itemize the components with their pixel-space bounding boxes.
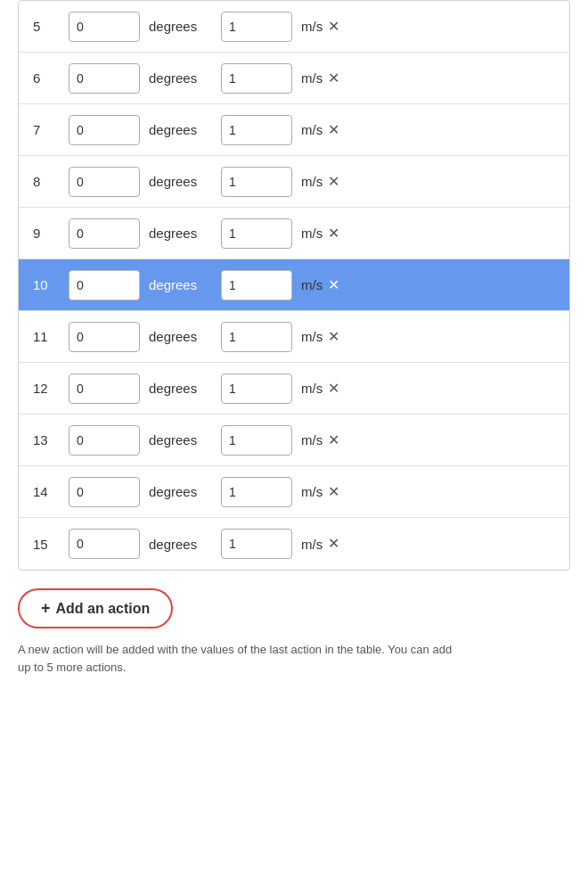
actions-table: 5 degrees m/s ✕ 6 degrees m/s ✕ 7 degree…	[18, 0, 570, 571]
speed-unit-label: m/s	[301, 19, 323, 34]
speed-input[interactable]	[221, 63, 292, 94]
delete-row-button[interactable]: ✕	[326, 20, 341, 34]
row-number: 10	[33, 277, 69, 292]
angle-unit-label: degrees	[149, 277, 207, 292]
speed-input[interactable]	[221, 167, 292, 197]
angle-input[interactable]	[69, 374, 140, 404]
delete-row-button[interactable]: ✕	[326, 278, 341, 292]
angle-input[interactable]	[69, 322, 140, 352]
speed-input[interactable]	[221, 12, 292, 42]
angle-input[interactable]	[69, 529, 140, 559]
speed-input[interactable]	[221, 374, 292, 404]
delete-row-button[interactable]: ✕	[326, 433, 341, 448]
angle-unit-label: degrees	[149, 537, 207, 552]
speed-unit-label: m/s	[301, 329, 323, 344]
speed-unit-label: m/s	[301, 277, 323, 292]
table-row: 7 degrees m/s ✕	[19, 104, 569, 156]
table-row: 8 degrees m/s ✕	[19, 156, 569, 208]
row-number: 12	[33, 381, 69, 396]
speed-unit-label: m/s	[301, 70, 323, 86]
speed-unit-label: m/s	[301, 484, 323, 499]
speed-unit-label: m/s	[301, 226, 323, 241]
add-action-label: Add an action	[56, 601, 151, 617]
plus-icon: +	[41, 599, 51, 618]
speed-unit-label: m/s	[301, 122, 323, 137]
table-row: 10 degrees m/s ✕	[19, 259, 569, 311]
angle-input[interactable]	[69, 167, 140, 197]
row-number: 7	[33, 122, 69, 137]
angle-unit-label: degrees	[149, 226, 207, 241]
angle-unit-label: degrees	[149, 174, 207, 189]
row-number: 5	[33, 19, 69, 34]
row-number: 6	[33, 70, 69, 86]
angle-input[interactable]	[69, 425, 140, 456]
table-row: 9 degrees m/s ✕	[19, 208, 569, 259]
speed-unit-label: m/s	[301, 432, 323, 448]
speed-unit-label: m/s	[301, 381, 323, 396]
angle-unit-label: degrees	[149, 70, 207, 86]
angle-input[interactable]	[69, 115, 140, 145]
speed-input[interactable]	[221, 425, 292, 456]
angle-unit-label: degrees	[149, 19, 207, 34]
delete-row-button[interactable]: ✕	[326, 330, 341, 344]
table-row: 14 degrees m/s ✕	[19, 466, 569, 518]
speed-input[interactable]	[221, 270, 292, 300]
angle-input[interactable]	[69, 12, 140, 42]
row-number: 15	[33, 537, 69, 552]
speed-input[interactable]	[221, 477, 292, 507]
delete-row-button[interactable]: ✕	[326, 537, 341, 551]
angle-unit-label: degrees	[149, 432, 207, 448]
angle-unit-label: degrees	[149, 122, 207, 137]
row-number: 9	[33, 226, 69, 241]
angle-input[interactable]	[69, 270, 140, 300]
angle-unit-label: degrees	[149, 484, 207, 499]
row-number: 14	[33, 484, 69, 499]
row-number: 8	[33, 174, 69, 189]
angle-unit-label: degrees	[149, 381, 207, 396]
table-row: 11 degrees m/s ✕	[19, 311, 569, 363]
delete-row-button[interactable]: ✕	[326, 382, 341, 396]
angle-input[interactable]	[69, 63, 140, 94]
table-row: 12 degrees m/s ✕	[19, 363, 569, 415]
table-row: 6 degrees m/s ✕	[19, 53, 569, 104]
row-number: 13	[33, 432, 69, 448]
angle-input[interactable]	[69, 218, 140, 249]
delete-row-button[interactable]: ✕	[326, 71, 341, 86]
add-action-button[interactable]: + Add an action	[18, 588, 173, 628]
table-row: 13 degrees m/s ✕	[19, 415, 569, 466]
speed-input[interactable]	[221, 529, 292, 559]
speed-unit-label: m/s	[301, 174, 323, 189]
main-container: 5 degrees m/s ✕ 6 degrees m/s ✕ 7 degree…	[0, 0, 588, 887]
table-row: 5 degrees m/s ✕	[19, 1, 569, 53]
speed-unit-label: m/s	[301, 537, 323, 552]
angle-input[interactable]	[69, 477, 140, 507]
hint-text: A new action will be added with the valu…	[18, 641, 463, 676]
delete-row-button[interactable]: ✕	[326, 123, 341, 137]
delete-row-button[interactable]: ✕	[326, 485, 341, 499]
table-row: 15 degrees m/s ✕	[19, 518, 569, 570]
angle-unit-label: degrees	[149, 329, 207, 344]
speed-input[interactable]	[221, 218, 292, 249]
speed-input[interactable]	[221, 322, 292, 352]
delete-row-button[interactable]: ✕	[326, 226, 341, 241]
speed-input[interactable]	[221, 115, 292, 145]
row-number: 11	[33, 329, 69, 344]
delete-row-button[interactable]: ✕	[326, 175, 341, 189]
